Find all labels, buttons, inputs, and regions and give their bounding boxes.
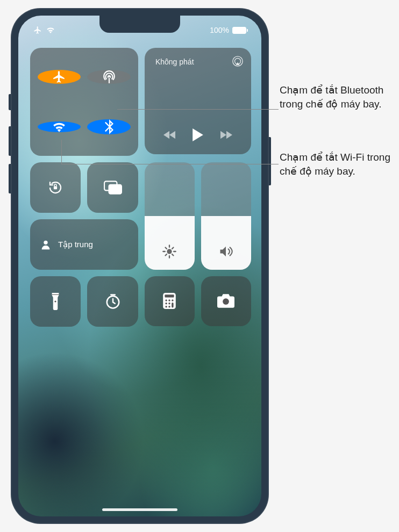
cellular-data-button[interactable] <box>87 70 130 84</box>
cellular-icon <box>102 70 116 84</box>
brightness-icon <box>162 244 177 259</box>
volume-icon <box>218 244 233 259</box>
callout-line-bluetooth <box>117 109 279 110</box>
bluetooth-icon <box>105 119 113 134</box>
flashlight-icon <box>51 293 60 310</box>
volume-fill <box>201 216 251 270</box>
svg-point-13 <box>166 300 167 301</box>
brightness-slider[interactable] <box>145 162 195 270</box>
orientation-lock-icon <box>47 179 63 196</box>
focus-label: Tập trung <box>58 240 93 249</box>
callout-line-wifi-vert <box>61 140 62 164</box>
volume-up-button <box>9 126 11 156</box>
bluetooth-button[interactable] <box>87 119 130 134</box>
calculator-button[interactable] <box>145 276 195 326</box>
svg-point-8 <box>55 301 56 303</box>
svg-point-7 <box>44 241 47 245</box>
svg-point-15 <box>172 300 174 301</box>
svg-point-19 <box>169 306 170 307</box>
screen: 100% <box>18 16 261 516</box>
notch <box>99 16 180 33</box>
svg-rect-12 <box>165 295 174 298</box>
wifi-icon <box>52 121 66 132</box>
next-icon <box>220 131 232 139</box>
svg-point-6 <box>167 249 172 254</box>
volume-down-button <box>9 164 11 193</box>
play-button[interactable] <box>193 128 203 141</box>
callout-bluetooth: Chạm để tắt Bluetooth trong chế độ máy b… <box>280 83 398 111</box>
camera-button[interactable] <box>201 276 251 326</box>
control-center: Không phát <box>30 48 250 325</box>
timer-button[interactable] <box>87 276 138 327</box>
person-icon <box>40 239 52 250</box>
svg-point-17 <box>169 303 170 305</box>
svg-rect-0 <box>109 78 110 83</box>
volume-slider[interactable] <box>201 162 251 270</box>
camera-icon <box>217 294 234 308</box>
orientation-lock-button[interactable] <box>30 162 81 213</box>
callout-wifi: Chạm để tắt Wi-Fi trong chế độ máy bay. <box>280 150 398 178</box>
svg-rect-5 <box>109 185 121 194</box>
svg-point-16 <box>166 303 167 305</box>
media-module[interactable]: Không phát <box>145 48 251 154</box>
brightness-fill <box>145 216 195 270</box>
svg-rect-20 <box>172 303 174 308</box>
svg-rect-9 <box>52 294 59 295</box>
battery-percentage: 100% <box>210 26 229 34</box>
wifi-status-icon <box>46 27 55 33</box>
previous-icon <box>163 131 175 139</box>
phone-frame: 100% <box>11 8 269 524</box>
airplay-icon[interactable] <box>232 55 244 67</box>
svg-point-21 <box>223 299 230 305</box>
callout-line-wifi <box>61 164 279 164</box>
media-title: Không phát <box>155 57 194 66</box>
battery-icon <box>232 27 246 34</box>
calculator-icon <box>163 293 176 309</box>
airplane-icon <box>52 70 66 84</box>
play-icon <box>193 128 203 141</box>
next-button[interactable] <box>220 131 232 139</box>
wifi-button[interactable] <box>38 121 81 132</box>
screen-mirroring-button[interactable] <box>87 162 138 213</box>
focus-button[interactable]: Tập trung <box>30 219 138 269</box>
side-button <box>269 137 271 185</box>
screen-mirror-icon <box>104 181 122 195</box>
svg-point-14 <box>169 300 170 301</box>
timer-icon <box>105 293 121 310</box>
svg-point-18 <box>166 306 167 307</box>
connectivity-module[interactable] <box>30 48 138 156</box>
airplane-mode-button[interactable] <box>38 70 81 84</box>
airplane-status-icon <box>33 26 42 34</box>
home-indicator[interactable] <box>102 508 177 511</box>
previous-button[interactable] <box>163 131 175 139</box>
silence-switch <box>9 94 11 110</box>
svg-rect-3 <box>54 186 57 190</box>
flashlight-button[interactable] <box>30 276 81 327</box>
